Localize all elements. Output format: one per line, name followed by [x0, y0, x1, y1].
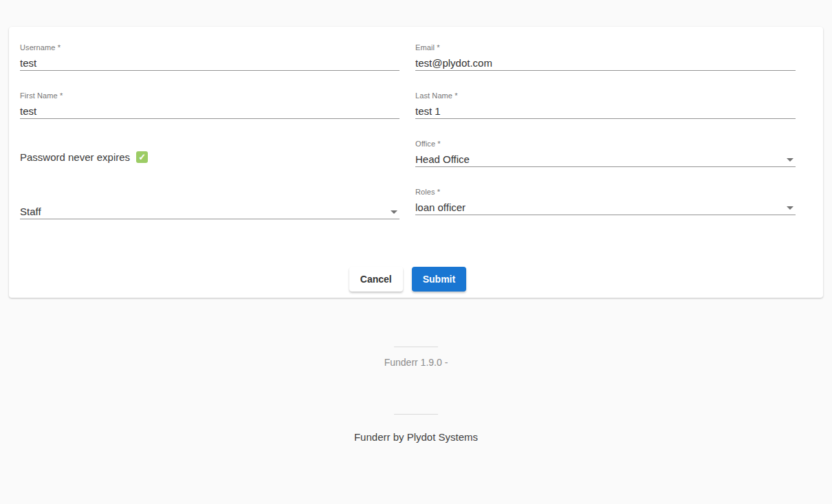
roles-field: Roles * loan officer: [415, 188, 796, 215]
last-name-input[interactable]: test 1: [415, 105, 796, 119]
email-input[interactable]: test@plydot.com: [415, 56, 796, 71]
dropdown-arrow-icon: [787, 206, 793, 210]
staff-select[interactable]: Staff: [20, 205, 399, 219]
footer-divider: [394, 414, 438, 415]
office-value: Head Office: [415, 153, 470, 166]
first-name-input[interactable]: test: [20, 105, 399, 119]
first-name-value: test: [20, 105, 36, 118]
form-actions: Cancel Submit: [20, 267, 796, 292]
page-footer: Funderr 1.9.0 - Funderr by Plydot System…: [0, 298, 832, 443]
office-field: Office * Head Office: [415, 140, 796, 167]
email-label: Email *: [415, 43, 796, 52]
password-never-expires-row: Password never expires ✓: [20, 140, 399, 167]
staff-field: Staff: [20, 188, 399, 215]
dropdown-arrow-icon: [391, 210, 397, 214]
first-name-label: First Name *: [20, 91, 399, 100]
password-never-expires-checkbox[interactable]: ✓: [136, 151, 148, 163]
email-field: Email * test@plydot.com: [415, 43, 796, 71]
submit-button[interactable]: Submit: [412, 267, 466, 292]
office-label: Office *: [415, 140, 796, 149]
roles-value: loan officer: [415, 201, 466, 215]
user-form-grid: Username * test Email * test@plydot.com …: [20, 43, 796, 236]
last-name-label: Last Name *: [415, 91, 796, 100]
first-name-field: First Name * test: [20, 91, 399, 119]
password-never-expires-label: Password never expires: [20, 151, 130, 163]
checkmark-icon: ✓: [138, 152, 146, 161]
cancel-button[interactable]: Cancel: [349, 267, 403, 292]
roles-select[interactable]: loan officer: [415, 201, 796, 215]
footer-divider: [394, 347, 438, 347]
username-value: test: [20, 56, 36, 70]
email-value: test@plydot.com: [415, 56, 492, 70]
user-form-card: Username * test Email * test@plydot.com …: [9, 27, 823, 298]
roles-label: Roles *: [415, 188, 796, 197]
dropdown-arrow-icon: [787, 158, 793, 162]
last-name-value: test 1: [415, 105, 441, 118]
username-input[interactable]: test: [20, 56, 399, 71]
username-field: Username * test: [20, 43, 399, 71]
last-name-field: Last Name * test 1: [415, 91, 796, 119]
staff-placeholder: Staff: [20, 205, 41, 219]
office-select[interactable]: Head Office: [415, 153, 796, 167]
app-version-text: Funderr 1.9.0 -: [384, 357, 448, 368]
brand-text: Funderr by Plydot Systems: [354, 431, 478, 443]
username-label: Username *: [20, 43, 399, 52]
